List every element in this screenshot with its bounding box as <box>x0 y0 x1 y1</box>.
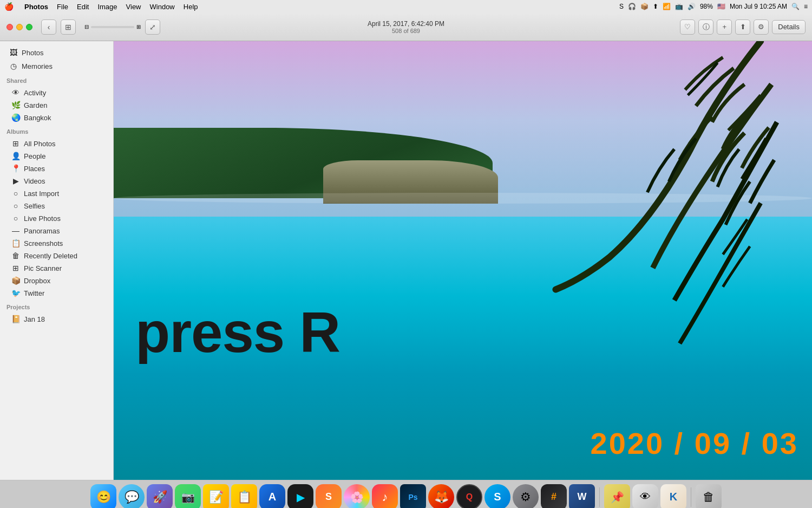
quicktime-icon: Q <box>466 492 473 502</box>
last-import-label: Last Import <box>24 190 59 198</box>
skype-dock-icon: S <box>494 491 501 503</box>
add-button[interactable]: + <box>717 19 732 35</box>
dock-system-prefs[interactable]: ⚙ <box>513 484 539 509</box>
sliders-icon: ⚙ <box>758 23 764 31</box>
live-photos-label: Live Photos <box>24 214 61 223</box>
heart-icon: ♡ <box>684 23 691 31</box>
photo-view[interactable]: press R 2020 / 09 / 03 <box>114 41 812 480</box>
dock-swift[interactable]: S <box>316 484 342 509</box>
maximize-button[interactable] <box>26 24 32 30</box>
dock-firefox[interactable]: 🦊 <box>428 484 454 509</box>
word-icon: W <box>578 491 587 503</box>
window-menu[interactable]: Window <box>150 3 175 11</box>
close-button[interactable] <box>6 24 13 30</box>
sidebar-item-activity[interactable]: 👁 Activity <box>2 87 111 99</box>
sidebar-item-photos[interactable]: 🖼 Photos <box>2 46 111 59</box>
control-center-icon[interactable]: ≡ <box>804 3 808 10</box>
calculator-icon: # <box>551 491 556 503</box>
sidebar-item-last-import[interactable]: ○ Last Import <box>2 187 111 199</box>
trash-icon: 🗑 <box>703 490 715 504</box>
people-icon: 👤 <box>11 152 21 160</box>
sidebar-item-twitter[interactable]: 🐦 Twitter <box>2 287 111 299</box>
image-menu[interactable]: Image <box>97 3 117 11</box>
last-import-icon: ○ <box>11 189 21 198</box>
appstore-icon: A <box>269 491 276 503</box>
dock-preview[interactable]: 👁 <box>632 484 658 509</box>
view-menu[interactable]: View <box>126 3 141 11</box>
dock-itunes[interactable]: ♪ <box>372 484 398 509</box>
help-menu[interactable]: Help <box>184 3 198 11</box>
clock: Mon Jul 9 10:25 AM <box>730 3 787 10</box>
memories-icon: ◷ <box>9 62 18 70</box>
apple-menu[interactable]: 🍎 <box>4 2 14 11</box>
grid-icon: ⊞ <box>65 23 71 31</box>
dock-notes[interactable]: 📝 <box>203 484 229 509</box>
volume-icon: 🔊 <box>687 3 696 10</box>
dock-quicktime[interactable]: Q <box>456 484 482 509</box>
skype-status-icon: S <box>619 3 624 10</box>
jan18-icon: 📔 <box>11 315 21 323</box>
sidebar-item-places[interactable]: 📍 Places <box>2 162 111 174</box>
dock-skype[interactable]: S <box>484 484 510 509</box>
dock-trash[interactable]: 🗑 <box>696 484 722 509</box>
adjust-button[interactable]: ⚙ <box>754 19 769 35</box>
sidebar-item-bangkok[interactable]: 🌏 Bangkok <box>2 112 111 123</box>
photo-container: press R 2020 / 09 / 03 <box>114 41 812 480</box>
back-button[interactable]: ‹ <box>41 19 56 35</box>
sidebar-item-panoramas[interactable]: — Panoramas <box>2 225 111 237</box>
dock-finalcut[interactable]: ▶ <box>287 484 313 509</box>
info-button[interactable]: ⓘ <box>698 19 713 35</box>
app-name[interactable]: Photos <box>24 3 48 11</box>
details-button[interactable]: Details <box>772 20 806 34</box>
photos-dock-icon: 🌸 <box>350 491 364 504</box>
dock-launchpad[interactable]: 🚀 <box>147 484 173 509</box>
launchpad-icon: 🚀 <box>153 490 167 504</box>
sidebar-item-garden[interactable]: 🌿 Garden <box>2 99 111 111</box>
dock-stickies[interactable]: 📌 <box>604 484 630 509</box>
main-content: 🖼 Photos ◷ Memories Shared 👁 Activity 🌿 … <box>0 41 812 480</box>
bangkok-icon: 🌏 <box>11 113 21 122</box>
edit-menu[interactable]: Edit <box>77 3 89 11</box>
all-photos-label: All Photos <box>24 140 56 148</box>
headphones-icon: 🎧 <box>628 3 636 10</box>
sidebar-item-jan18[interactable]: 📔 Jan 18 <box>2 313 111 325</box>
zoom-slider[interactable] <box>91 26 134 28</box>
sidebar-item-all-photos[interactable]: ⊞ All Photos <box>2 138 111 149</box>
dock-finder[interactable]: 😊 <box>90 484 116 509</box>
sidebar-item-memories[interactable]: ◷ Memories <box>2 60 111 73</box>
sidebar-item-pic-scanner[interactable]: ⊞ Pic Scanner <box>2 262 111 274</box>
favorite-button[interactable]: ♡ <box>680 19 695 35</box>
sidebar-item-videos[interactable]: ▶ Videos <box>2 175 111 187</box>
grid-view-button[interactable]: ⊞ <box>61 19 76 35</box>
dock-keynote[interactable]: K <box>660 484 686 509</box>
minimize-button[interactable] <box>16 24 23 30</box>
sidebar-item-dropbox[interactable]: 📦 Dropbox <box>2 275 111 286</box>
finalcut-icon: ▶ <box>297 491 305 504</box>
traffic-lights <box>6 24 32 30</box>
fullscreen-button[interactable]: ⤢ <box>145 19 160 35</box>
dock-appstore[interactable]: A <box>259 484 285 509</box>
dock-word[interactable]: W <box>569 484 595 509</box>
sidebar-item-live-photos[interactable]: ○ Live Photos <box>2 212 111 224</box>
dock-photos[interactable]: 🌸 <box>344 484 370 509</box>
shared-section-header: Shared <box>0 73 113 86</box>
pic-scanner-label: Pic Scanner <box>24 264 62 272</box>
search-icon[interactable]: 🔍 <box>791 3 800 10</box>
sidebar-item-selfies[interactable]: ○ Selfies <box>2 200 111 212</box>
dock-stickies2[interactable]: 📋 <box>231 484 257 509</box>
palm-leaves-svg <box>407 41 812 392</box>
sidebar-item-recently-deleted[interactable]: 🗑 Recently Deleted <box>2 250 111 262</box>
dock-calculator[interactable]: # <box>541 484 567 509</box>
sidebar-item-people[interactable]: 👤 People <box>2 150 111 162</box>
pic-scanner-icon: ⊞ <box>11 264 21 272</box>
screenshots-icon: 📋 <box>11 239 21 248</box>
dock-messages[interactable]: 💬 <box>119 484 145 509</box>
selfies-icon: ○ <box>11 201 21 210</box>
sidebar-item-screenshots[interactable]: 📋 Screenshots <box>2 237 111 249</box>
dock-facetime[interactable]: 📷 <box>175 484 201 509</box>
share-button[interactable]: ⬆ <box>735 19 750 35</box>
file-menu[interactable]: File <box>57 3 68 11</box>
stickies-icon: 📌 <box>611 491 624 504</box>
dock-ps[interactable]: Ps <box>400 484 426 509</box>
panoramas-label: Panoramas <box>24 227 60 235</box>
